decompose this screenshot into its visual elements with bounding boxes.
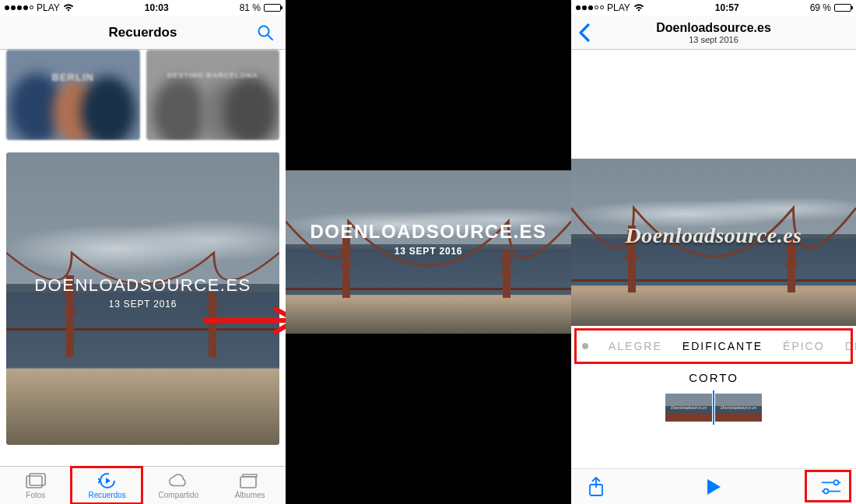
mood-option-alegre[interactable]: ALEGRE bbox=[609, 340, 662, 352]
nav-bar: Recuerdos bbox=[0, 16, 286, 50]
svg-point-14 bbox=[834, 480, 839, 485]
memory-small-caption: BERLIN bbox=[52, 72, 94, 83]
wifi-icon bbox=[633, 4, 644, 12]
nav-subtitle: 13 sept 2016 bbox=[656, 35, 771, 44]
carrier-label: PLAY bbox=[607, 2, 630, 13]
adjust-sliders-button[interactable] bbox=[820, 476, 842, 498]
tab-label: Recuerdos bbox=[88, 491, 125, 499]
carrier-label: PLAY bbox=[37, 2, 60, 13]
memory-overlay: DOENLOADSOURCE.ES 13 SEPT 2016 bbox=[286, 221, 571, 257]
svg-line-1 bbox=[268, 35, 272, 40]
photos-icon bbox=[26, 472, 46, 489]
battery-icon bbox=[264, 4, 281, 12]
status-time: 10:03 bbox=[145, 2, 169, 13]
battery-pct: 81 % bbox=[240, 2, 261, 13]
mood-selector[interactable]: ALEGRE EDIFICANTE ÉPICO DIVER bbox=[571, 326, 856, 359]
tab-recuerdos[interactable]: Recuerdos bbox=[72, 467, 143, 504]
mood-option-epico[interactable]: ÉPICO bbox=[783, 340, 825, 352]
svg-point-15 bbox=[823, 488, 828, 493]
tab-label: Compartido bbox=[159, 491, 199, 499]
cloud-icon bbox=[168, 472, 188, 489]
play-button[interactable] bbox=[703, 476, 724, 498]
mood-option-diver[interactable]: DIVER bbox=[845, 340, 856, 352]
memory-card[interactable]: DOENLOADSOURCE.ES 13 SEPT 2016 bbox=[6, 152, 279, 445]
memory-small-tile[interactable]: BERLIN bbox=[6, 50, 140, 140]
nav-bar: Doenloadsource.es 13 sept 2016 bbox=[571, 16, 856, 50]
search-button[interactable] bbox=[256, 23, 275, 42]
tab-fotos[interactable]: Fotos bbox=[0, 467, 72, 504]
battery-icon bbox=[834, 4, 851, 12]
memory-small-tile[interactable]: DESTINO BARCELONA bbox=[146, 50, 280, 140]
svg-rect-7 bbox=[240, 477, 256, 488]
signal-dots-icon bbox=[576, 5, 604, 10]
memories-icon bbox=[97, 472, 118, 489]
albums-icon bbox=[240, 472, 260, 489]
timeline-scrubber[interactable]: Doenloadsource.es Doenloadsource.es bbox=[571, 392, 856, 423]
share-button[interactable] bbox=[585, 476, 607, 498]
memory-player[interactable]: DOENLOADSOURCE.ES 13 SEPT 2016 bbox=[286, 170, 571, 334]
nav-title: Doenloadsource.es bbox=[656, 21, 771, 35]
timeline-thumb: Doenloadsource.es bbox=[715, 394, 762, 422]
tab-bar: Fotos Recuerdos Compartido Álbumes bbox=[0, 466, 286, 504]
tab-compartido[interactable]: Compartido bbox=[143, 467, 215, 504]
editor-toolbar bbox=[571, 468, 856, 504]
memory-title: DOENLOADSOURCE.ES bbox=[286, 221, 571, 243]
signal-dots-icon bbox=[5, 5, 33, 10]
svg-rect-8 bbox=[243, 474, 257, 477]
svg-marker-11 bbox=[707, 479, 721, 495]
page-title: Recuerdos bbox=[109, 25, 177, 40]
mood-option-edificante[interactable]: EDIFICANTE bbox=[682, 340, 763, 352]
wifi-icon bbox=[63, 4, 74, 12]
preview-title: Doenloadsource.es bbox=[571, 223, 856, 248]
status-bar: PLAY 10:57 69 % bbox=[571, 0, 856, 16]
memory-preview[interactable]: Doenloadsource.es bbox=[571, 159, 856, 326]
mood-bullet-icon bbox=[582, 343, 588, 349]
tab-label: Fotos bbox=[26, 491, 45, 499]
memories-small-row: BERLIN DESTINO BARCELONA bbox=[0, 50, 286, 140]
annotation-arrow-icon bbox=[201, 303, 286, 338]
memory-title: DOENLOADSOURCE.ES bbox=[6, 275, 279, 296]
length-selector[interactable]: CORTO bbox=[571, 359, 856, 392]
memory-small-caption: DESTINO BARCELONA bbox=[167, 72, 258, 79]
length-value: CORTO bbox=[689, 371, 738, 384]
back-button[interactable] bbox=[577, 22, 591, 44]
tab-label: Álbumes bbox=[235, 491, 265, 499]
tab-albumes[interactable]: Álbumes bbox=[214, 467, 286, 504]
battery-pct: 69 % bbox=[810, 2, 831, 13]
status-bar: PLAY 10:03 81 % bbox=[0, 0, 286, 16]
timeline-thumb: Doenloadsource.es bbox=[665, 394, 712, 422]
status-time: 10:57 bbox=[715, 2, 739, 13]
nav-title-group: Doenloadsource.es 13 sept 2016 bbox=[656, 21, 771, 44]
memory-date: 13 SEPT 2016 bbox=[286, 246, 571, 257]
svg-marker-6 bbox=[106, 478, 111, 484]
playhead-icon[interactable] bbox=[713, 390, 714, 425]
